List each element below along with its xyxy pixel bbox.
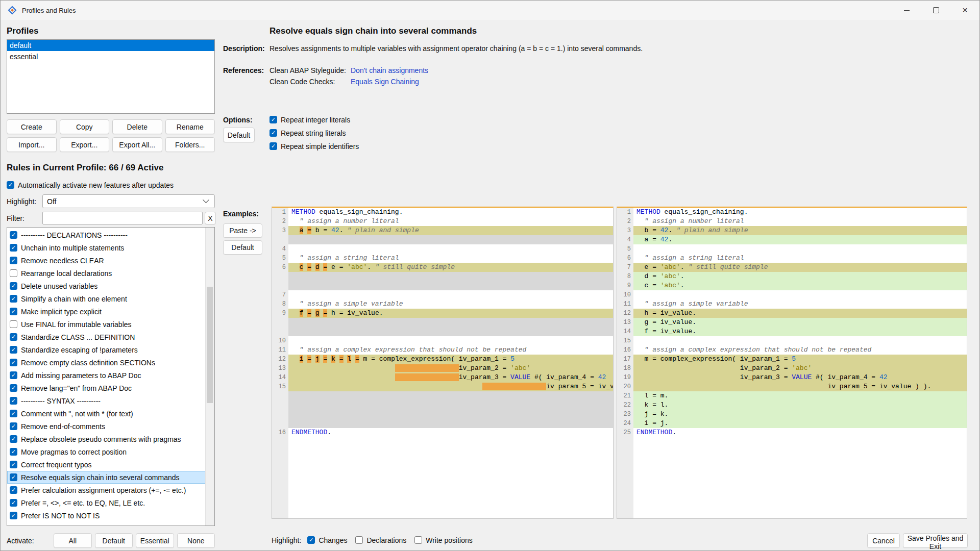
rule-item[interactable]: Unchain into multiple statements [7, 241, 206, 254]
rule-checkbox[interactable] [10, 269, 17, 277]
rule-item[interactable]: Remove end-of-comments [7, 420, 206, 433]
code-text [633, 244, 967, 254]
highlight-option-row[interactable]: Write positions [414, 534, 473, 546]
rule-checkbox[interactable] [10, 282, 17, 290]
rule-checkbox[interactable] [10, 448, 17, 456]
filter-input[interactable] [42, 212, 203, 224]
reference-link[interactable]: Equals Sign Chaining [351, 78, 419, 86]
option-row[interactable]: Repeat integer literals [270, 114, 359, 126]
essential-button[interactable]: Essential [136, 533, 174, 548]
create-button[interactable]: Create [7, 119, 57, 134]
code-line: 15 [617, 336, 967, 345]
rule-item[interactable]: Remove empty class definition SECTIONs [7, 356, 206, 369]
none-button[interactable]: None [177, 533, 215, 548]
rename-button[interactable]: Rename [165, 119, 215, 134]
rule-checkbox[interactable] [10, 499, 17, 507]
rule-item[interactable]: Prefer calculation assignment operators … [7, 484, 206, 496]
rule-checkbox[interactable] [10, 333, 17, 341]
rule-item[interactable]: Make implicit type explicit [7, 305, 206, 318]
rule-checkbox[interactable] [10, 410, 17, 417]
rule-item[interactable]: Use FINAL for immutable variables [7, 318, 206, 331]
highlight-option-row[interactable]: Declarations [355, 534, 406, 546]
all-button[interactable]: All [54, 533, 92, 548]
examples-default-button[interactable]: Default [223, 240, 262, 255]
rule-checkbox[interactable] [10, 244, 17, 252]
rule-item[interactable]: Simplify a chain with one element [7, 292, 206, 305]
rule-item[interactable]: Remove needless CLEAR [7, 254, 206, 267]
rule-item[interactable]: Move pragmas to correct position [7, 445, 206, 458]
auto-activate-row[interactable]: Automatically activate new features afte… [7, 179, 174, 191]
rule-item[interactable]: Standardize escaping of !parameters [7, 343, 206, 356]
rule-item[interactable]: Prefer IS NOT to NOT IS [7, 509, 206, 522]
rule-item[interactable]: Replace obsolete pseudo comments with pr… [7, 433, 206, 445]
rule-item[interactable]: Rearrange local declarations [7, 267, 206, 280]
maximize-button[interactable] [921, 1, 950, 20]
rules-list[interactable]: ---------- DECLARATIONS ----------Unchai… [7, 227, 215, 526]
rule-checkbox[interactable] [10, 359, 17, 366]
close-button[interactable]: ✕ [950, 1, 979, 20]
highlight-option-row[interactable]: Changes [307, 534, 347, 546]
rule-item[interactable]: ---------- SYNTAX ---------- [7, 394, 206, 407]
rule-checkbox[interactable] [10, 422, 17, 430]
rule-checkbox[interactable] [10, 435, 17, 443]
option-checkbox[interactable] [270, 116, 277, 123]
rule-checkbox[interactable] [10, 257, 17, 264]
example-code-after[interactable]: 1METHOD equals_sign_chaining.2 " assign … [617, 207, 967, 519]
code-line: 13 iv_param_2 = 'abc' [272, 364, 613, 373]
rule-checkbox[interactable] [10, 384, 17, 392]
copy-button[interactable]: Copy [60, 119, 110, 134]
export-all-button[interactable]: Export All... [112, 137, 162, 152]
rule-item[interactable]: Delete unused variables [7, 280, 206, 292]
options-default-button[interactable]: Default [223, 128, 255, 142]
minimize-button[interactable] [892, 1, 921, 20]
rule-checkbox[interactable] [10, 308, 17, 315]
rule-item[interactable]: Remove lang="en" from ABAP Doc [7, 382, 206, 394]
highlight-select[interactable]: Off [42, 194, 215, 208]
rule-checkbox[interactable] [10, 295, 17, 303]
rule-item[interactable]: Resolve equals sign chain into several c… [7, 471, 206, 484]
rule-checkbox[interactable] [10, 512, 17, 519]
rule-checkbox[interactable] [10, 473, 17, 481]
code-line: 11 " assign a simple variable [617, 299, 967, 309]
option-row[interactable]: Repeat string literals [270, 127, 359, 139]
auto-activate-checkbox[interactable] [7, 181, 14, 189]
rules-scrollbar-thumb[interactable] [207, 287, 213, 403]
highlight-option-checkbox[interactable] [414, 536, 422, 544]
option-row[interactable]: Repeat simple identifiers [270, 140, 359, 152]
rule-item[interactable]: ---------- DECLARATIONS ---------- [7, 229, 206, 241]
rule-checkbox[interactable] [10, 346, 17, 354]
cancel-button[interactable]: Cancel [867, 533, 900, 548]
example-code-before[interactable]: 1METHOD equals_sign_chaining.2 " assign … [272, 207, 614, 519]
option-checkbox[interactable] [270, 142, 277, 150]
option-checkbox[interactable] [270, 129, 277, 137]
folders-button[interactable]: Folders... [165, 137, 215, 152]
rule-item[interactable]: Add missing parameters to ABAP Doc [7, 369, 206, 382]
profiles-list[interactable]: defaultessential [7, 39, 215, 114]
reference-link[interactable]: Don't chain assignments [351, 66, 428, 74]
rule-checkbox[interactable] [10, 461, 17, 468]
profile-item[interactable]: essential [7, 51, 214, 62]
highlight-option-checkbox[interactable] [307, 536, 315, 544]
rule-checkbox[interactable] [10, 371, 17, 379]
import-button[interactable]: Import... [7, 137, 57, 152]
rule-checkbox[interactable] [10, 486, 17, 494]
rule-checkbox[interactable] [10, 231, 17, 239]
default-button[interactable]: Default [95, 533, 133, 548]
rule-label: Comment with ", not with * (for text) [21, 410, 133, 418]
rules-scrollbar[interactable] [205, 228, 214, 525]
filter-clear-button[interactable]: X [205, 212, 216, 224]
rule-item[interactable]: Comment with ", not with * (for text) [7, 407, 206, 420]
save-profiles-button[interactable]: Save Profiles and Exit [903, 533, 968, 548]
rule-checkbox[interactable] [10, 320, 17, 328]
rule-item[interactable]: Standardize CLASS ... DEFINITION [7, 331, 206, 343]
rule-item[interactable]: Correct frequent typos [7, 458, 206, 471]
delete-button[interactable]: Delete [112, 119, 162, 134]
highlight-option-checkbox[interactable] [355, 536, 363, 544]
export-button[interactable]: Export... [60, 137, 110, 152]
line-number: 7 [272, 290, 288, 299]
code-line: 3 a = b = 42. " plain and simple [272, 226, 613, 235]
profile-item[interactable]: default [7, 40, 214, 51]
rule-checkbox[interactable] [10, 397, 17, 405]
paste-button[interactable]: Paste -> [223, 223, 262, 238]
rule-item[interactable]: Prefer =, <>, <= etc. to EQ, NE, LE etc. [7, 496, 206, 509]
